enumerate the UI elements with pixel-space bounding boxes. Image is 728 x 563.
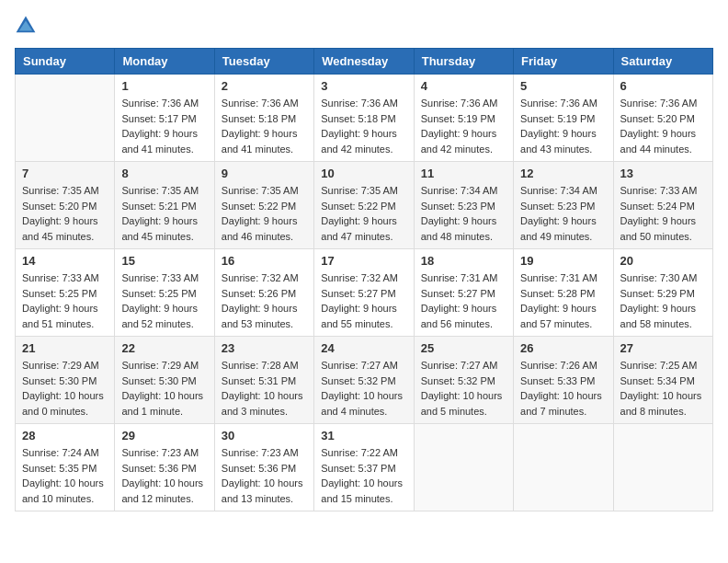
calendar-day-cell: 6Sunrise: 7:36 AM Sunset: 5:20 PM Daylig… xyxy=(613,75,712,162)
calendar-day-cell: 12Sunrise: 7:34 AM Sunset: 5:23 PM Dayli… xyxy=(514,162,613,249)
day-number: 7 xyxy=(22,167,108,180)
calendar-day-cell: 26Sunrise: 7:26 AM Sunset: 5:33 PM Dayli… xyxy=(514,337,613,424)
page-header xyxy=(15,15,713,37)
calendar-day-cell: 16Sunrise: 7:32 AM Sunset: 5:26 PM Dayli… xyxy=(214,249,313,337)
day-number: 20 xyxy=(620,254,706,268)
calendar-table: SundayMondayTuesdayWednesdayThursdayFrid… xyxy=(15,48,713,511)
weekday-header-cell: Friday xyxy=(514,49,613,75)
calendar-day-cell: 29Sunrise: 7:23 AM Sunset: 5:36 PM Dayli… xyxy=(115,424,214,511)
day-info: Sunrise: 7:35 AM Sunset: 5:22 PM Dayligh… xyxy=(222,183,307,244)
weekday-header-cell: Thursday xyxy=(414,49,513,75)
day-number: 4 xyxy=(421,79,506,93)
day-info: Sunrise: 7:29 AM Sunset: 5:30 PM Dayligh… xyxy=(22,358,108,419)
day-info: Sunrise: 7:34 AM Sunset: 5:23 PM Dayligh… xyxy=(421,183,506,244)
calendar-day-cell: 7Sunrise: 7:35 AM Sunset: 5:20 PM Daylig… xyxy=(16,162,115,249)
day-number: 8 xyxy=(121,167,207,180)
calendar-week-row: 7Sunrise: 7:35 AM Sunset: 5:20 PM Daylig… xyxy=(16,162,713,249)
calendar-day-cell: 5Sunrise: 7:36 AM Sunset: 5:19 PM Daylig… xyxy=(514,75,613,162)
day-number: 31 xyxy=(321,429,406,442)
day-info: Sunrise: 7:23 AM Sunset: 5:36 PM Dayligh… xyxy=(121,445,207,506)
calendar-day-cell: 1Sunrise: 7:36 AM Sunset: 5:17 PM Daylig… xyxy=(115,75,214,162)
day-number: 2 xyxy=(222,79,307,93)
day-info: Sunrise: 7:25 AM Sunset: 5:34 PM Dayligh… xyxy=(620,358,706,419)
day-info: Sunrise: 7:36 AM Sunset: 5:20 PM Dayligh… xyxy=(620,96,706,156)
weekday-header-cell: Monday xyxy=(115,49,214,75)
calendar-day-cell: 13Sunrise: 7:33 AM Sunset: 5:24 PM Dayli… xyxy=(613,162,712,249)
weekday-header-cell: Sunday xyxy=(16,49,115,75)
calendar-day-cell: 4Sunrise: 7:36 AM Sunset: 5:19 PM Daylig… xyxy=(414,75,513,162)
logo xyxy=(15,15,40,37)
day-info: Sunrise: 7:23 AM Sunset: 5:36 PM Dayligh… xyxy=(222,445,307,506)
calendar-day-cell: 28Sunrise: 7:24 AM Sunset: 5:35 PM Dayli… xyxy=(16,424,115,511)
day-info: Sunrise: 7:22 AM Sunset: 5:37 PM Dayligh… xyxy=(321,445,406,506)
calendar-week-row: 28Sunrise: 7:24 AM Sunset: 5:35 PM Dayli… xyxy=(16,424,713,511)
day-number: 6 xyxy=(620,79,706,93)
calendar-week-row: 21Sunrise: 7:29 AM Sunset: 5:30 PM Dayli… xyxy=(16,337,713,424)
day-info: Sunrise: 7:26 AM Sunset: 5:33 PM Dayligh… xyxy=(520,358,606,419)
day-number: 15 xyxy=(121,254,207,268)
day-number: 21 xyxy=(22,341,108,355)
day-info: Sunrise: 7:33 AM Sunset: 5:25 PM Dayligh… xyxy=(121,270,207,331)
calendar-day-cell: 20Sunrise: 7:30 AM Sunset: 5:29 PM Dayli… xyxy=(613,249,712,337)
day-info: Sunrise: 7:27 AM Sunset: 5:32 PM Dayligh… xyxy=(321,358,406,419)
day-info: Sunrise: 7:27 AM Sunset: 5:32 PM Dayligh… xyxy=(421,358,506,419)
logo-icon xyxy=(15,15,37,37)
day-number: 28 xyxy=(22,429,108,442)
calendar-day-cell: 9Sunrise: 7:35 AM Sunset: 5:22 PM Daylig… xyxy=(214,162,313,249)
calendar-day-cell: 27Sunrise: 7:25 AM Sunset: 5:34 PM Dayli… xyxy=(613,337,712,424)
calendar-day-cell: 25Sunrise: 7:27 AM Sunset: 5:32 PM Dayli… xyxy=(414,337,513,424)
day-info: Sunrise: 7:24 AM Sunset: 5:35 PM Dayligh… xyxy=(22,445,108,506)
calendar-week-row: 14Sunrise: 7:33 AM Sunset: 5:25 PM Dayli… xyxy=(16,249,713,337)
day-number: 27 xyxy=(620,341,706,355)
day-info: Sunrise: 7:32 AM Sunset: 5:26 PM Dayligh… xyxy=(222,270,307,331)
calendar-day-cell: 11Sunrise: 7:34 AM Sunset: 5:23 PM Dayli… xyxy=(414,162,513,249)
calendar-day-cell: 15Sunrise: 7:33 AM Sunset: 5:25 PM Dayli… xyxy=(115,249,214,337)
calendar-day-cell: 19Sunrise: 7:31 AM Sunset: 5:28 PM Dayli… xyxy=(514,249,613,337)
calendar-day-cell: 22Sunrise: 7:29 AM Sunset: 5:30 PM Dayli… xyxy=(115,337,214,424)
calendar-body: 1Sunrise: 7:36 AM Sunset: 5:17 PM Daylig… xyxy=(16,75,713,511)
day-info: Sunrise: 7:29 AM Sunset: 5:30 PM Dayligh… xyxy=(121,358,207,419)
day-info: Sunrise: 7:35 AM Sunset: 5:21 PM Dayligh… xyxy=(121,183,207,244)
day-number: 18 xyxy=(421,254,506,268)
calendar-week-row: 1Sunrise: 7:36 AM Sunset: 5:17 PM Daylig… xyxy=(16,75,713,162)
day-number: 24 xyxy=(321,341,406,355)
calendar-day-cell: 31Sunrise: 7:22 AM Sunset: 5:37 PM Dayli… xyxy=(314,424,414,511)
calendar-day-cell: 10Sunrise: 7:35 AM Sunset: 5:22 PM Dayli… xyxy=(314,162,414,249)
calendar-day-cell: 17Sunrise: 7:32 AM Sunset: 5:27 PM Dayli… xyxy=(314,249,414,337)
calendar-day-cell xyxy=(514,424,613,511)
day-info: Sunrise: 7:28 AM Sunset: 5:31 PM Dayligh… xyxy=(222,358,307,419)
day-number: 13 xyxy=(620,167,706,180)
day-number: 19 xyxy=(520,254,606,268)
day-info: Sunrise: 7:36 AM Sunset: 5:17 PM Dayligh… xyxy=(121,96,207,156)
day-info: Sunrise: 7:31 AM Sunset: 5:28 PM Dayligh… xyxy=(520,270,606,331)
calendar-day-cell xyxy=(414,424,513,511)
calendar-day-cell: 14Sunrise: 7:33 AM Sunset: 5:25 PM Dayli… xyxy=(16,249,115,337)
day-info: Sunrise: 7:33 AM Sunset: 5:25 PM Dayligh… xyxy=(22,270,108,331)
day-info: Sunrise: 7:35 AM Sunset: 5:20 PM Dayligh… xyxy=(22,183,108,244)
day-number: 14 xyxy=(22,254,108,268)
day-number: 29 xyxy=(121,429,207,442)
weekday-header-cell: Saturday xyxy=(613,49,712,75)
day-info: Sunrise: 7:36 AM Sunset: 5:19 PM Dayligh… xyxy=(520,96,606,156)
day-number: 5 xyxy=(520,79,606,93)
day-number: 25 xyxy=(421,341,506,355)
calendar-day-cell xyxy=(16,75,115,162)
calendar-day-cell: 8Sunrise: 7:35 AM Sunset: 5:21 PM Daylig… xyxy=(115,162,214,249)
weekday-header-cell: Wednesday xyxy=(314,49,414,75)
day-number: 3 xyxy=(321,79,406,93)
day-info: Sunrise: 7:30 AM Sunset: 5:29 PM Dayligh… xyxy=(620,270,706,331)
day-info: Sunrise: 7:33 AM Sunset: 5:24 PM Dayligh… xyxy=(620,183,706,244)
calendar-day-cell: 21Sunrise: 7:29 AM Sunset: 5:30 PM Dayli… xyxy=(16,337,115,424)
day-number: 11 xyxy=(421,167,506,180)
weekday-header-row: SundayMondayTuesdayWednesdayThursdayFrid… xyxy=(16,49,713,75)
calendar-day-cell: 2Sunrise: 7:36 AM Sunset: 5:18 PM Daylig… xyxy=(214,75,313,162)
day-number: 26 xyxy=(520,341,606,355)
day-info: Sunrise: 7:31 AM Sunset: 5:27 PM Dayligh… xyxy=(421,270,506,331)
day-number: 9 xyxy=(222,167,307,180)
day-number: 1 xyxy=(121,79,207,93)
day-info: Sunrise: 7:35 AM Sunset: 5:22 PM Dayligh… xyxy=(321,183,406,244)
day-number: 12 xyxy=(520,167,606,180)
calendar-day-cell: 23Sunrise: 7:28 AM Sunset: 5:31 PM Dayli… xyxy=(214,337,313,424)
day-number: 10 xyxy=(321,167,406,180)
day-number: 17 xyxy=(321,254,406,268)
